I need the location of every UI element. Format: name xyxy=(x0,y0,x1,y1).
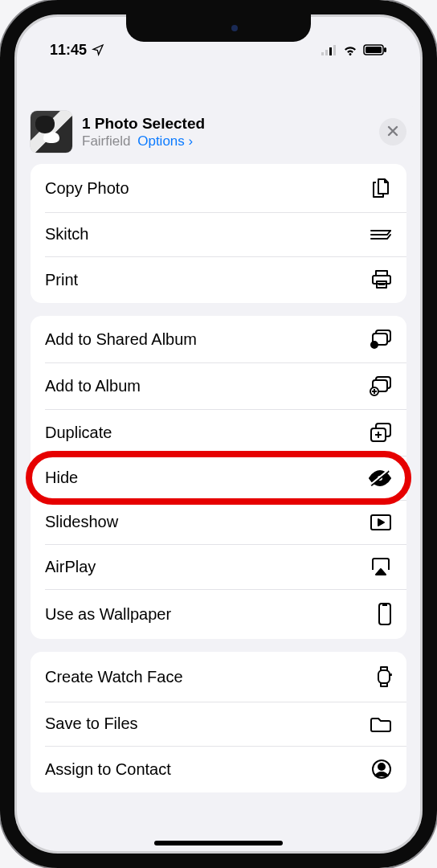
svg-rect-2 xyxy=(329,47,332,55)
row-label: Duplicate xyxy=(45,424,112,442)
assign-contact-row[interactable]: Assign to Contact xyxy=(31,746,406,792)
row-label: Slideshow xyxy=(45,513,118,531)
row-label: Skitch xyxy=(45,225,88,244)
svg-rect-3 xyxy=(333,45,336,55)
location-label: Fairfield xyxy=(82,133,130,149)
copy-icon xyxy=(368,177,392,199)
cellular-icon xyxy=(321,44,337,55)
watch-face-row[interactable]: Create Watch Face xyxy=(31,652,406,702)
row-label: Create Watch Face xyxy=(45,668,183,686)
skitch-row[interactable]: Skitch xyxy=(31,212,406,256)
files-icon xyxy=(368,715,392,733)
skitch-icon xyxy=(368,227,392,242)
shared-album-icon xyxy=(368,329,392,350)
airplay-row[interactable]: AirPlay xyxy=(31,544,406,589)
share-sheet: 1 Photo Selected Fairfield Options › Co xyxy=(21,101,416,854)
svg-rect-27 xyxy=(379,604,390,624)
row-label: Use as Wallpaper xyxy=(45,605,171,624)
slideshow-row[interactable]: Slideshow xyxy=(31,500,406,544)
action-group-3: Create Watch Face Save to Files Assign t… xyxy=(31,652,406,792)
print-row[interactable]: Print xyxy=(31,256,406,303)
slideshow-icon xyxy=(368,514,392,531)
hide-icon xyxy=(368,469,392,487)
sheet-subtitle: Fairfield Options › xyxy=(82,133,370,149)
save-files-row[interactable]: Save to Files xyxy=(31,702,406,746)
contact-icon xyxy=(368,759,392,780)
phone-frame: 11:45 1 Photo Sel xyxy=(0,0,437,868)
status-time: 11:45 xyxy=(50,42,87,59)
hide-row[interactable]: Hide xyxy=(31,456,406,500)
row-label: Copy Photo xyxy=(45,179,129,198)
svg-rect-8 xyxy=(373,276,390,284)
action-group-2: Add to Shared Album Add to Album Duplica… xyxy=(31,316,406,639)
row-label: Add to Album xyxy=(45,377,141,395)
header-text: 1 Photo Selected Fairfield Options › xyxy=(82,114,370,150)
status-right xyxy=(321,44,387,55)
svg-rect-30 xyxy=(390,674,392,676)
svg-rect-0 xyxy=(321,52,324,55)
row-label: Assign to Contact xyxy=(45,760,171,779)
print-icon xyxy=(368,269,392,290)
duplicate-icon xyxy=(368,422,392,443)
home-indicator[interactable] xyxy=(154,841,283,845)
action-group-1: Copy Photo Skitch Print xyxy=(31,164,406,303)
row-label: Add to Shared Album xyxy=(45,330,197,349)
chevron-right-icon: › xyxy=(189,133,194,149)
row-label: Save to Files xyxy=(45,714,138,733)
svg-rect-29 xyxy=(378,670,390,683)
options-link[interactable]: Options xyxy=(137,133,185,149)
svg-point-32 xyxy=(378,764,385,770)
add-album-icon xyxy=(368,375,392,396)
svg-point-13 xyxy=(371,342,378,348)
row-label: Hide xyxy=(45,469,78,487)
wifi-icon xyxy=(342,44,358,55)
airplay-icon xyxy=(368,557,392,576)
close-icon xyxy=(387,124,398,141)
close-button[interactable] xyxy=(379,118,406,145)
notch xyxy=(126,14,311,42)
svg-rect-5 xyxy=(366,47,382,53)
add-shared-album-row[interactable]: Add to Shared Album xyxy=(31,316,406,362)
battery-icon xyxy=(363,44,387,55)
sheet-title: 1 Photo Selected xyxy=(82,114,370,133)
row-label: AirPlay xyxy=(45,558,96,576)
add-album-row[interactable]: Add to Album xyxy=(31,362,406,409)
location-arrow-icon xyxy=(92,43,104,56)
wallpaper-icon xyxy=(368,602,392,626)
svg-rect-6 xyxy=(384,47,386,52)
photo-thumbnail[interactable] xyxy=(31,111,72,153)
sheet-header: 1 Photo Selected Fairfield Options › xyxy=(31,111,406,153)
row-label: Print xyxy=(45,271,78,289)
copy-photo-row[interactable]: Copy Photo xyxy=(31,164,406,212)
duplicate-row[interactable]: Duplicate xyxy=(31,409,406,456)
status-left: 11:45 xyxy=(50,42,104,59)
screen: 11:45 1 Photo Sel xyxy=(14,14,423,854)
wallpaper-row[interactable]: Use as Wallpaper xyxy=(31,589,406,639)
watch-icon xyxy=(368,665,392,689)
svg-rect-1 xyxy=(325,50,328,55)
